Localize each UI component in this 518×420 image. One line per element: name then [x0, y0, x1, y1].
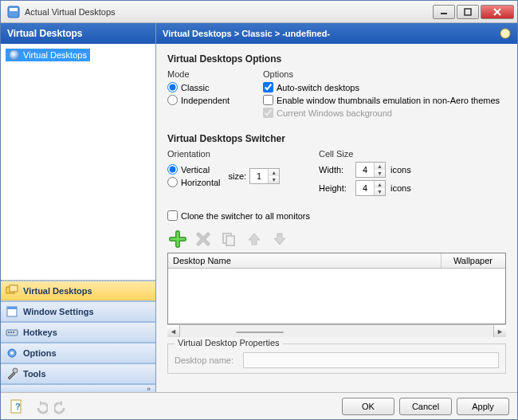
cancel-button[interactable]: Cancel [399, 398, 452, 415]
scroll-thumb[interactable] [236, 332, 284, 333]
svg-rect-1 [10, 8, 18, 11]
svg-text:?: ? [15, 402, 21, 411]
properties-group: Virtual Desktop Properties Desktop name: [167, 343, 506, 374]
nav-window-settings[interactable]: Window Settings [1, 301, 155, 322]
up-button [244, 229, 265, 249]
svg-rect-13 [13, 332, 14, 333]
svg-point-15 [10, 351, 14, 355]
apply-button[interactable]: Apply [457, 398, 509, 415]
radio-independent[interactable]: Independent [167, 95, 247, 105]
tools-icon [6, 367, 18, 380]
grid-body [168, 269, 505, 324]
svg-rect-11 [8, 332, 10, 333]
width-label: Width: [319, 165, 351, 175]
app-icon [7, 6, 20, 18]
radio-vertical[interactable]: Vertical [167, 164, 221, 175]
sidebar-header: Virtual Desktops [1, 23, 155, 44]
props-title: Virtual Desktop Properties [175, 338, 283, 347]
help-button[interactable]: ? [9, 398, 26, 415]
check-enable-thumbs[interactable]: Enable window thumbnails emulation in no… [263, 95, 500, 105]
nav-virtual-desktops[interactable]: Virtual Desktops [1, 281, 155, 301]
desktop-toolbar [167, 229, 506, 249]
height-spinner[interactable]: 4▲▼ [355, 180, 386, 196]
redo-button [53, 398, 71, 415]
options-title: Virtual Desktops Options [167, 53, 506, 65]
nav-label: Tools [23, 369, 46, 379]
desktop-name-field[interactable] [243, 352, 499, 368]
svg-rect-7 [10, 285, 18, 292]
close-button[interactable] [481, 5, 514, 19]
minimize-button[interactable] [433, 5, 455, 19]
delete-button [193, 229, 214, 249]
content-panel: Virtual Desktops Options Mode Classic In… [156, 44, 517, 392]
icons-suffix: icons [390, 165, 411, 175]
ok-button[interactable]: OK [342, 398, 394, 415]
window-icon [6, 305, 18, 318]
size-label: size: [229, 171, 247, 181]
undo-button [31, 398, 49, 415]
down-button [269, 229, 290, 249]
nav-label: Hotkeys [23, 328, 57, 337]
size-spinner[interactable]: 1▲▼ [249, 168, 280, 184]
tree-item-virtual-desktops[interactable]: Virtual Desktops [6, 49, 90, 61]
svg-rect-9 [7, 307, 17, 309]
check-auto-switch[interactable]: Auto-switch desktops [263, 82, 500, 92]
svg-point-17 [500, 29, 510, 38]
keyboard-icon [6, 326, 18, 339]
monitors-icon [6, 285, 18, 297]
maximize-button[interactable] [457, 5, 479, 19]
height-label: Height: [319, 183, 351, 193]
svg-rect-12 [10, 332, 12, 333]
help-icon[interactable] [500, 28, 511, 39]
radio-classic[interactable]: Classic [167, 82, 247, 92]
scroll-right-icon[interactable]: ► [493, 325, 506, 337]
gear-icon [6, 347, 18, 359]
copy-button [218, 229, 239, 249]
grid-scrollbar[interactable]: ◄ ► [167, 324, 506, 337]
footer: ? OK Cancel Apply [1, 392, 517, 419]
desktops-grid[interactable]: Desktop Name Wallpaper [167, 253, 506, 324]
switcher-title: Virtual Desktops Switcher [167, 133, 506, 144]
nav-label: Virtual Desktops [23, 286, 92, 296]
col-wallpaper[interactable]: Wallpaper [441, 253, 505, 268]
desktop-name-label: Desktop name: [175, 355, 238, 365]
window-title: Actual Virtual Desktops [25, 7, 433, 17]
scroll-left-icon[interactable]: ◄ [167, 325, 180, 337]
sidebar: Virtual Desktops Virtual Desktops Virtua… [1, 23, 156, 392]
nav-tools[interactable]: Tools [1, 363, 155, 384]
titlebar: Actual Virtual Desktops [1, 1, 517, 23]
svg-rect-3 [465, 9, 471, 15]
nav-label: Window Settings [23, 307, 94, 316]
cellsize-label: Cell Size [319, 149, 411, 159]
col-desktop-name[interactable]: Desktop Name [168, 253, 441, 268]
tree-item-label: Virtual Desktops [23, 50, 87, 60]
svg-point-16 [13, 368, 18, 373]
radio-horizontal[interactable]: Horizontal [167, 177, 221, 187]
nav-label: Options [23, 348, 57, 358]
sidebar-expand-toggle[interactable]: » [1, 384, 155, 392]
mode-label: Mode [167, 69, 247, 79]
check-clone-switcher[interactable]: Clone the switcher to all monitors [167, 210, 506, 221]
nav-hotkeys[interactable]: Hotkeys [1, 322, 155, 343]
add-button[interactable] [167, 229, 188, 249]
orientation-label: Orientation [167, 149, 303, 159]
svg-rect-19 [226, 236, 234, 245]
nav-options[interactable]: Options [1, 343, 155, 363]
check-current-bg: Current Windows background [263, 108, 500, 118]
icons-suffix: icons [390, 183, 411, 193]
desktop-icon [9, 49, 20, 61]
options-label: Options [263, 69, 500, 79]
tree-panel: Virtual Desktops [1, 44, 155, 280]
breadcrumb: Virtual Desktops > Classic > -undefined- [156, 23, 517, 44]
width-spinner[interactable]: 4▲▼ [355, 162, 386, 178]
